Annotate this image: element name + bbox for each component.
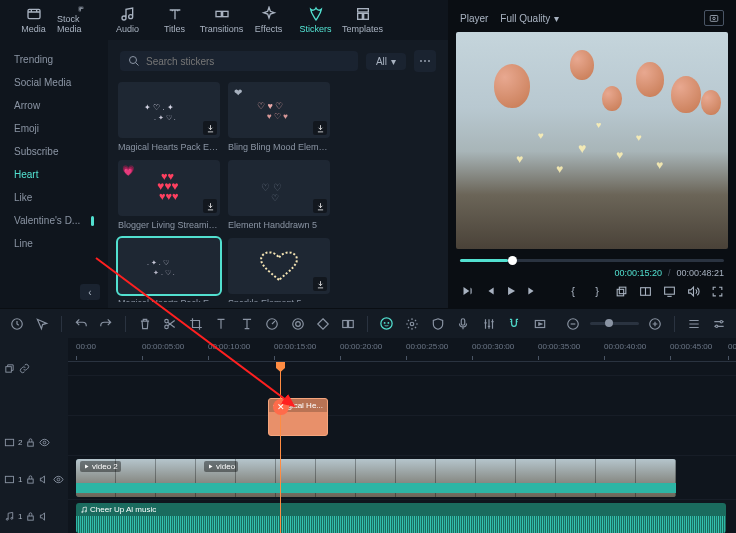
svg-point-32: [295, 321, 300, 326]
track-audio-label[interactable]: 1: [0, 499, 68, 533]
play-button[interactable]: [504, 284, 518, 298]
svg-text:♥♥♥: ♥♥♥: [159, 190, 179, 202]
list-button[interactable]: [685, 315, 702, 333]
zoom-slider[interactable]: [590, 322, 639, 325]
text-button[interactable]: [212, 315, 229, 333]
crop-button[interactable]: [614, 284, 628, 298]
sparkle-heart-icon: [244, 244, 314, 288]
magnetic-button[interactable]: [506, 315, 523, 333]
download-icon[interactable]: [313, 121, 327, 135]
quality-select[interactable]: Full Quality▾: [500, 13, 559, 24]
download-icon[interactable]: [313, 199, 327, 213]
search-input[interactable]: [146, 56, 350, 67]
tab-titles[interactable]: Titles: [151, 6, 198, 34]
tab-media[interactable]: Media: [10, 6, 57, 34]
hearts-preview-icon: ✦ ♡ . ✦. ✦ ♡ .: [139, 95, 199, 125]
mark-out-button[interactable]: }: [590, 284, 604, 298]
track-sticker-label[interactable]: 2: [0, 425, 68, 461]
download-icon[interactable]: [203, 199, 217, 213]
tab-effects[interactable]: Effects: [245, 6, 292, 34]
ai-button[interactable]: [378, 315, 395, 333]
progress-bar[interactable]: [460, 259, 724, 262]
track-video-label[interactable]: 1: [0, 460, 68, 499]
group-button[interactable]: [340, 315, 357, 333]
next-frame-button[interactable]: [526, 284, 540, 298]
zoom-in-button[interactable]: [647, 315, 664, 333]
more-button[interactable]: ⋯: [414, 50, 436, 72]
adjust-button[interactable]: [404, 315, 421, 333]
tab-stock[interactable]: Stock Media: [57, 6, 104, 34]
timeline-marker[interactable]: ✕: [273, 399, 289, 415]
sidebar-item-subscribe[interactable]: Subscribe: [0, 140, 108, 163]
heart-badge-icon: 💗: [121, 163, 135, 177]
sidebar-item-like[interactable]: Like: [0, 186, 108, 209]
video-preview[interactable]: ♥ ♥ ♥ ♥ ♥ ♥ ♥ ♥: [456, 32, 728, 249]
display-button[interactable]: [662, 284, 676, 298]
tab-templates[interactable]: Templates: [339, 6, 386, 34]
svg-rect-26: [664, 287, 674, 294]
sticker-thumb[interactable]: [228, 238, 330, 294]
voice-button[interactable]: [455, 315, 472, 333]
svg-text:♡  ♡: ♡ ♡: [261, 182, 282, 193]
sidebar-item-emoji[interactable]: Emoji: [0, 117, 108, 140]
sidebar-item-heart[interactable]: Heart: [0, 163, 108, 186]
sticker-thumb[interactable]: 💗♥♥♥♥♥♥♥♥: [118, 160, 220, 216]
preview-button[interactable]: [531, 315, 548, 333]
layers-icon[interactable]: [4, 363, 15, 374]
download-icon[interactable]: [203, 121, 217, 135]
ruler-tick: 00:0: [728, 342, 736, 351]
svg-rect-21: [710, 16, 718, 22]
audio-clip[interactable]: Cheer Up Al music: [76, 503, 726, 533]
mixer-button[interactable]: [480, 315, 497, 333]
tab-transitions[interactable]: Transitions: [198, 6, 245, 34]
shield-button[interactable]: [429, 315, 446, 333]
mark-in-button[interactable]: {: [566, 284, 580, 298]
sidebar-item-valentines[interactable]: Valentine's D...: [0, 209, 108, 232]
svg-rect-7: [357, 13, 362, 19]
tab-audio[interactable]: Audio: [104, 6, 151, 34]
settings-button[interactable]: [711, 315, 728, 333]
select-button[interactable]: [33, 315, 50, 333]
restart-button[interactable]: [460, 284, 474, 298]
filter-all[interactable]: All▾: [366, 53, 406, 70]
collapse-sidebar-button[interactable]: ‹: [80, 284, 100, 300]
compare-button[interactable]: [638, 284, 652, 298]
split-button[interactable]: [161, 315, 178, 333]
ruler-tick: 00:00:20:00: [340, 342, 382, 351]
prev-frame-button[interactable]: [482, 284, 496, 298]
category-sidebar: Trending Social Media Arrow Emoji Subscr…: [0, 40, 108, 308]
snapshot-button[interactable]: [704, 10, 724, 26]
tab-stickers[interactable]: Stickers: [292, 6, 339, 34]
sticker-thumb[interactable]: ♡ ♡♡: [228, 160, 330, 216]
download-icon[interactable]: [313, 277, 327, 291]
search-box[interactable]: [120, 51, 358, 71]
music-icon: [80, 506, 88, 514]
lock-icon: [25, 511, 36, 522]
text-alt-button[interactable]: [238, 315, 255, 333]
redo-button[interactable]: [97, 315, 114, 333]
delete-button[interactable]: [136, 315, 153, 333]
keyframe-button[interactable]: [314, 315, 331, 333]
svg-point-56: [82, 511, 83, 512]
history-button[interactable]: [8, 315, 25, 333]
crop-tool-button[interactable]: [187, 315, 204, 333]
sidebar-item-social[interactable]: Social Media: [0, 71, 108, 94]
color-button[interactable]: [289, 315, 306, 333]
timeline-ruler[interactable]: 00:00 00:00:05:00 00:00:10:00 00:00:15:0…: [68, 338, 736, 362]
sidebar-item-line[interactable]: Line: [0, 232, 108, 255]
undo-button[interactable]: [72, 315, 89, 333]
sticker-thumb[interactable]: ✦ ♡ . ✦. ✦ ♡ .: [118, 82, 220, 138]
sticker-thumb[interactable]: . ✦ . ♡✦ . ♡ .: [118, 238, 220, 294]
svg-point-35: [381, 318, 392, 329]
sidebar-item-arrow[interactable]: Arrow: [0, 94, 108, 117]
speed-button[interactable]: [263, 315, 280, 333]
sidebar-item-trending[interactable]: Trending: [0, 48, 108, 71]
sticker-thumb[interactable]: ❤♡ ♥ ♡♥ ♡ ♥: [228, 82, 330, 138]
svg-text:♥ ♡ ♥: ♥ ♡ ♥: [267, 112, 288, 121]
fullscreen-button[interactable]: [710, 284, 724, 298]
playhead[interactable]: [280, 362, 281, 533]
volume-button[interactable]: [686, 284, 700, 298]
link-icon[interactable]: [19, 363, 30, 374]
svg-point-43: [720, 320, 722, 322]
zoom-out-button[interactable]: [565, 315, 582, 333]
